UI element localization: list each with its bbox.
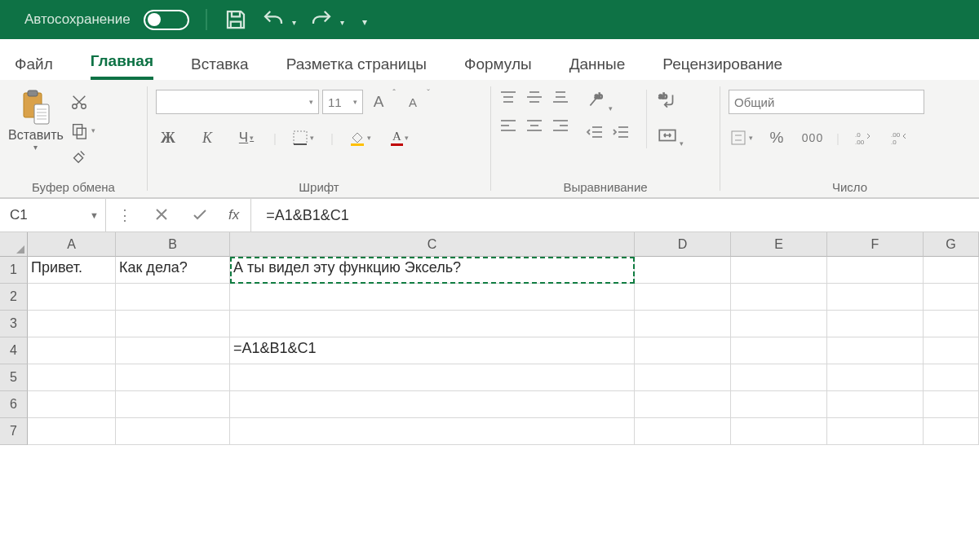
save-icon[interactable] [224,7,248,32]
percent-button[interactable]: % [764,126,789,150]
cell-D1[interactable] [635,257,731,284]
cell-D5[interactable] [635,364,731,391]
cell-A1[interactable]: Привет. [28,257,116,284]
align-bottom-icon[interactable] [552,90,569,107]
cell-F2[interactable] [827,284,924,311]
cell-B2[interactable] [116,284,230,311]
formula-input[interactable] [251,207,979,224]
cut-icon[interactable] [70,93,95,113]
merge-icon[interactable]: ▾ [657,125,684,148]
cell-A3[interactable] [28,311,116,337]
formula-handle-icon[interactable]: ⋮ [117,206,132,224]
col-header-E[interactable]: E [731,232,827,257]
align-left-icon[interactable] [499,118,517,135]
paste-button[interactable]: Вставить ▾ [8,90,64,152]
row-header-7[interactable]: 7 [0,418,28,445]
cell-C6[interactable] [230,391,635,418]
cell-F7[interactable] [827,418,924,445]
col-header-F[interactable]: F [827,232,924,257]
cell-E4[interactable] [731,337,827,364]
enter-icon[interactable] [191,206,207,225]
comma-style-button[interactable]: 000 [800,126,825,150]
col-header-C[interactable]: C [230,232,635,257]
fx-icon[interactable]: fx [228,207,239,223]
cell-G7[interactable] [924,418,979,445]
cell-F6[interactable] [827,391,924,418]
tab-review[interactable]: Рецензирование [662,55,782,80]
fill-color-icon[interactable]: ▾ [348,126,373,150]
cell-C7[interactable] [230,418,635,445]
row-header-4[interactable]: 4 [0,337,28,364]
increase-indent-icon[interactable] [612,125,630,142]
cell-A5[interactable] [28,364,116,391]
cell-G6[interactable] [924,391,979,418]
cell-A6[interactable] [28,391,116,418]
cell-D3[interactable] [635,311,731,337]
cell-B4[interactable] [116,337,230,364]
cell-D7[interactable] [635,418,731,445]
border-icon[interactable]: ▾ [291,126,316,150]
cell-D6[interactable] [635,391,731,418]
font-name-combo[interactable]: ▾ [156,90,319,114]
underline-button[interactable]: Ч▾ [234,126,259,150]
cell-G2[interactable] [924,284,979,311]
copy-icon[interactable]: ▾ [70,121,95,139]
orientation-icon[interactable]: ab▾ [586,90,613,113]
cell-E1[interactable] [731,257,827,284]
select-all-corner[interactable] [0,232,28,257]
row-header-5[interactable]: 5 [0,364,28,391]
number-format-combo[interactable]: Общий [729,90,924,114]
align-center-icon[interactable] [525,118,543,135]
tab-home[interactable]: Главная [91,52,153,80]
align-right-icon[interactable] [552,118,569,135]
cell-G3[interactable] [924,311,979,337]
row-header-3[interactable]: 3 [0,311,28,337]
col-header-A[interactable]: A [28,232,116,257]
name-box[interactable]: C1 ▼ [0,199,106,231]
paste-dropdown-icon[interactable]: ▾ [33,143,38,152]
cell-E3[interactable] [731,311,827,337]
redo-dropdown-icon[interactable]: ▾ [340,18,344,27]
tab-file[interactable]: Файл [15,55,53,80]
cell-G4[interactable] [924,337,979,364]
format-painter-icon[interactable] [70,148,95,168]
increase-font-icon[interactable]: Aˆ [366,90,391,114]
cell-B6[interactable] [116,391,230,418]
cell-B5[interactable] [116,364,230,391]
row-header-2[interactable]: 2 [0,284,28,311]
italic-button[interactable]: К [195,126,219,150]
col-header-D[interactable]: D [635,232,731,257]
font-size-combo[interactable]: 11▾ [322,90,363,114]
tab-formulas[interactable]: Формулы [464,55,532,80]
col-header-B[interactable]: B [116,232,230,257]
align-top-icon[interactable] [499,90,517,107]
redo-icon[interactable] [309,7,334,32]
cell-E2[interactable] [731,284,827,311]
name-box-dropdown-icon[interactable]: ▼ [90,210,99,220]
cell-F1[interactable] [827,257,924,284]
cell-B3[interactable] [116,311,230,337]
cancel-icon[interactable] [153,206,170,225]
cell-C1[interactable]: А ты видел эту функцию Эксель? [230,257,635,284]
undo-icon[interactable] [261,7,286,32]
cell-G1[interactable] [924,257,979,284]
qat-more-icon[interactable]: ▾ [362,16,367,28]
cell-E5[interactable] [731,364,827,391]
tab-data[interactable]: Данные [569,55,626,80]
cell-F5[interactable] [827,364,924,391]
cell-D2[interactable] [635,284,731,311]
autosave-toggle[interactable] [144,10,189,30]
font-color-icon[interactable]: A▾ [388,126,412,150]
cell-E7[interactable] [731,418,827,445]
increase-decimal-icon[interactable]: .0.00 [851,126,875,150]
cell-C2[interactable] [230,284,635,311]
tab-page-layout[interactable]: Разметка страницы [286,55,427,80]
align-middle-icon[interactable] [525,90,543,107]
cell-B1[interactable]: Как дела? [116,257,230,284]
cell-C4[interactable]: =A1&B1&C1 [230,337,635,364]
decrease-decimal-icon[interactable]: .00.0 [887,126,911,150]
cell-B7[interactable] [116,418,230,445]
cell-E6[interactable] [731,391,827,418]
cell-A2[interactable] [28,284,116,311]
cell-C3[interactable] [230,311,635,337]
